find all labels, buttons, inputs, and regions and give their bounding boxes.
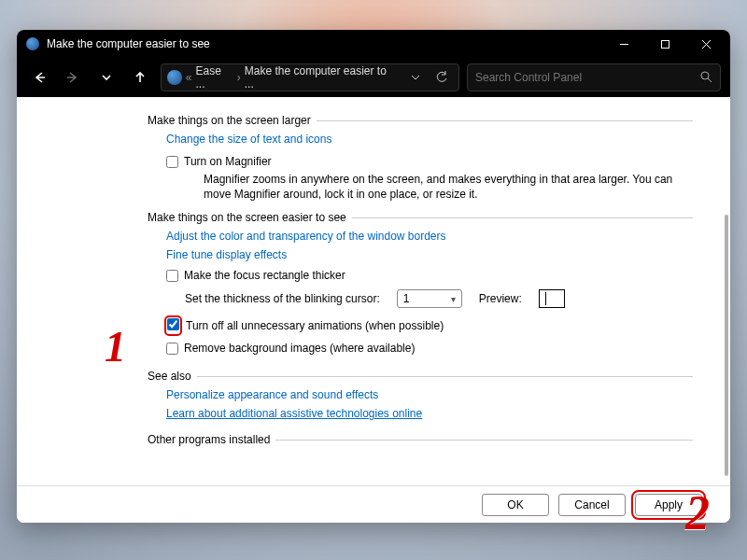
titlebar: Make the computer easier to see	[17, 30, 730, 58]
footer: OK Cancel Apply	[17, 485, 730, 523]
link-learn-assistive[interactable]: Learn about additional assistive technol…	[166, 407, 422, 420]
window: Make the computer easier to see « Ease .…	[17, 30, 730, 523]
chevron-down-icon	[101, 72, 112, 83]
address-bar[interactable]: « Ease ... › Make the computer easier to…	[161, 63, 459, 91]
apply-button[interactable]: Apply	[635, 494, 702, 516]
up-button[interactable]	[127, 64, 153, 91]
section-header-other: Other programs installed	[148, 433, 693, 446]
arrow-left-icon	[32, 70, 47, 85]
svg-line-5	[708, 78, 712, 82]
window-title: Make the computer easier to see	[47, 37, 603, 50]
breadcrumb-sep: «	[186, 71, 192, 84]
refresh-button[interactable]	[430, 71, 453, 84]
svg-rect-1	[661, 40, 669, 48]
arrow-right-icon	[65, 70, 80, 85]
preview-label: Preview:	[479, 292, 522, 305]
close-button[interactable]	[685, 30, 726, 58]
scrollbar[interactable]	[723, 103, 728, 480]
recent-button[interactable]	[93, 64, 120, 91]
checkbox-label: Turn on Magnifier	[184, 155, 272, 168]
chevron-down-icon: ▾	[451, 294, 456, 304]
checkbox-label: Remove background images (where availabl…	[184, 342, 415, 355]
scrollbar-thumb[interactable]	[725, 215, 728, 476]
content-area: Make things on the screen larger Change …	[17, 97, 730, 523]
cancel-button[interactable]: Cancel	[558, 494, 626, 516]
search-box[interactable]	[467, 63, 721, 91]
forward-button[interactable]	[60, 64, 86, 91]
maximize-button[interactable]	[644, 30, 685, 58]
search-input[interactable]	[475, 71, 699, 84]
link-change-size[interactable]: Change the size of text and icons	[166, 133, 331, 146]
close-icon	[701, 39, 712, 49]
caret-icon	[545, 292, 546, 305]
arrow-up-icon	[133, 70, 148, 85]
link-personalize[interactable]: Personalize appearance and sound effects	[166, 388, 378, 401]
app-icon	[26, 37, 39, 50]
back-button[interactable]	[26, 64, 52, 91]
magnifier-description: Magnifier zooms in anywhere on the scree…	[204, 172, 689, 202]
cursor-thickness-combo[interactable]: 1 ▾	[397, 289, 462, 308]
checkbox-remove-background[interactable]	[166, 343, 178, 355]
checkbox-label: Turn off all unnecessary animations (whe…	[186, 319, 444, 332]
checkbox-turn-off-animations[interactable]	[167, 318, 179, 330]
ok-button[interactable]: OK	[482, 494, 549, 516]
maximize-icon	[660, 39, 670, 49]
control-panel-icon	[167, 70, 182, 85]
svg-point-4	[701, 72, 709, 79]
checkbox-label: Make the focus rectangle thicker	[184, 269, 345, 282]
minimize-icon	[619, 39, 629, 49]
combo-value: 1	[403, 292, 410, 305]
cursor-preview	[539, 289, 565, 308]
minimize-button[interactable]	[603, 30, 644, 58]
section-header-easier: Make things on the screen easier to see	[148, 211, 693, 224]
link-fine-tune[interactable]: Fine tune display effects	[166, 248, 287, 261]
navbar: « Ease ... › Make the computer easier to…	[17, 58, 730, 97]
search-icon	[699, 70, 712, 86]
breadcrumb-item[interactable]: Make the computer easier to ...	[245, 64, 398, 91]
breadcrumb-item[interactable]: Ease ...	[196, 64, 233, 91]
cursor-thickness-label: Set the thickness of the blinking cursor…	[185, 292, 380, 305]
link-window-borders[interactable]: Adjust the color and transparency of the…	[166, 230, 446, 243]
section-header-seealso: See also	[148, 370, 693, 383]
checkbox-magnifier[interactable]	[166, 156, 178, 168]
address-dropdown[interactable]	[404, 73, 427, 82]
refresh-icon	[435, 71, 448, 84]
breadcrumb-sep: ›	[237, 71, 241, 84]
section-header-larger: Make things on the screen larger	[148, 114, 693, 127]
checkbox-focus-rectangle[interactable]	[166, 270, 178, 282]
annotation-highlight-1	[166, 317, 180, 334]
chevron-down-icon	[411, 73, 420, 82]
